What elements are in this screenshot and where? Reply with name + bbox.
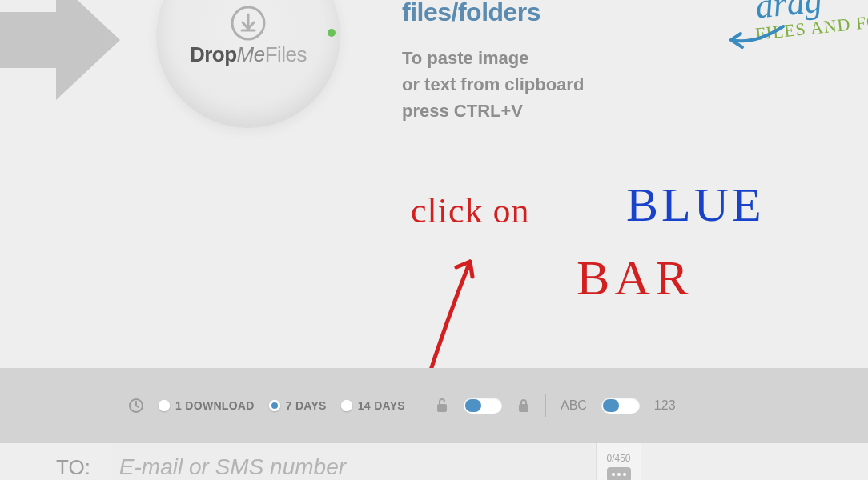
to-label: TO: bbox=[56, 455, 90, 480]
radio-14-days[interactable]: 14 DAYS bbox=[341, 399, 405, 412]
drag-arrow-icon bbox=[723, 22, 787, 58]
svg-rect-3 bbox=[519, 404, 528, 412]
radio-1-download[interactable]: 1 DOWNLOAD bbox=[159, 399, 255, 412]
ellipsis-icon bbox=[607, 467, 631, 480]
svg-rect-2 bbox=[437, 404, 447, 412]
paste-instructions: To paste image or text from clipboard pr… bbox=[402, 45, 584, 124]
link-type-toggle[interactable] bbox=[601, 398, 640, 414]
upload-area[interactable]: DropMeFiles files/folders To paste image… bbox=[0, 0, 868, 368]
header-subtitle: files/folders bbox=[402, 0, 540, 27]
abc-label: ABC bbox=[561, 398, 587, 413]
annotation-click-on: click on bbox=[411, 190, 530, 231]
message-menu-button[interactable]: 0/450 bbox=[596, 443, 641, 480]
divider bbox=[420, 394, 420, 417]
char-counter: 0/450 bbox=[606, 453, 630, 464]
num-label: 123 bbox=[654, 398, 676, 413]
password-toggle[interactable] bbox=[464, 398, 502, 414]
unlock-icon bbox=[435, 398, 449, 414]
compose-row: TO: 0/450 bbox=[56, 443, 641, 480]
divider bbox=[545, 394, 546, 417]
upload-dropzone[interactable]: DropMeFiles bbox=[156, 0, 340, 128]
status-dot bbox=[328, 29, 336, 37]
lock-icon bbox=[516, 398, 531, 414]
big-arrow-icon bbox=[0, 0, 152, 144]
options-bar: 1 DOWNLOAD 7 DAYS 14 DAYS ABC 123 bbox=[0, 368, 868, 443]
annotation-blue: BLUE bbox=[626, 178, 765, 233]
radio-dot bbox=[159, 400, 170, 411]
clock-icon bbox=[128, 398, 144, 414]
radio-dot bbox=[341, 400, 352, 411]
logo-text: DropMeFiles bbox=[190, 42, 307, 67]
radio-dot bbox=[269, 400, 280, 411]
recipient-input[interactable] bbox=[105, 443, 596, 480]
drag-callout: drag FILES AND FOL bbox=[755, 0, 868, 38]
annotation-bar: BAR bbox=[577, 250, 693, 306]
download-arrow-icon bbox=[231, 6, 266, 41]
radio-7-days[interactable]: 7 DAYS bbox=[269, 399, 327, 412]
